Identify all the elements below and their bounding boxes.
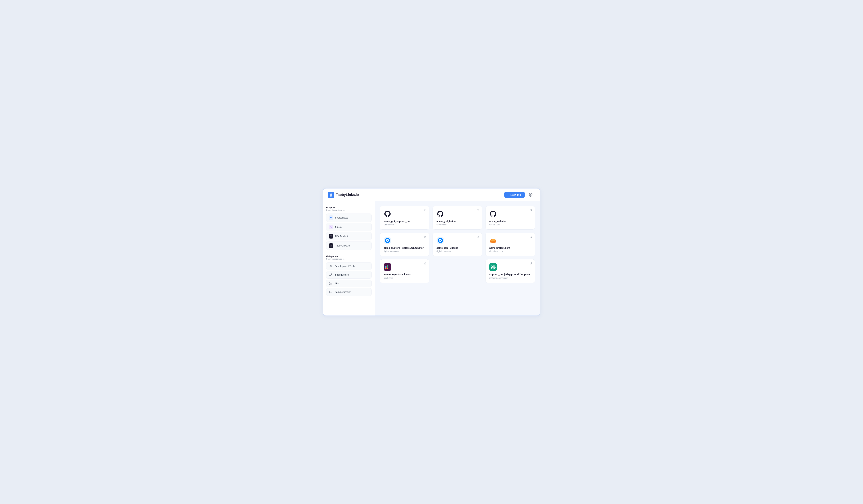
external-link-icon-1[interactable] [477,209,479,212]
sidebar-item-apis[interactable]: APIs [326,280,372,287]
card-title-3: acme-cluster | PostgreSQL Cluster [384,246,425,249]
external-link-icon-3[interactable] [424,236,426,238]
svg-rect-18 [387,242,387,243]
svg-rect-17 [386,242,387,242]
sidebar-item-fual-io[interactable]: fual.io [326,223,372,231]
card-title-8: support_bot | Playground Template [489,273,531,276]
card-acme-website[interactable]: acme_website Github.com [485,206,535,229]
projects-label: Projects [326,206,372,209]
svg-point-30 [493,239,495,241]
card-logo-digitalocean-4 [437,237,444,244]
external-link-icon-5[interactable] [530,236,532,238]
svg-point-16 [387,240,388,241]
main-content: acme_gpt_support_bot Github.com acme_gpt… [375,201,540,316]
svg-line-13 [531,209,532,211]
branch-icon [329,273,333,277]
header: TabbyLinks.io + New link [323,188,540,201]
external-link-icon-8[interactable] [530,262,532,265]
svg-point-1 [330,194,332,195]
card-logo-github-0 [384,210,391,218]
sidebar-item-dev-tools-label: Development Tools [335,265,355,267]
card-title-4: acme-cdn | Spaces [437,246,478,249]
chat-icon [329,290,333,294]
external-link-icon-6[interactable] [424,262,426,265]
card-logo-cloudflare-5 [489,237,497,244]
card-acme-cdn[interactable]: acme-cdn | Spaces digitalocean.com [433,233,482,256]
svg-line-12 [478,209,479,211]
sidebar-item-f-voicenotes[interactable]: f-voicenotes [326,214,372,222]
tabbylinks-sidebar-icon [329,243,333,248]
svg-rect-0 [328,192,334,198]
card-logo-github-1 [437,210,444,218]
sidebar-item-dev-tools[interactable]: Development Tools [326,262,372,270]
external-link-icon-0[interactable] [424,209,426,212]
svg-rect-31 [490,241,496,242]
card-acme-slack[interactable]: acme-project.slack.com slack.com [380,259,429,283]
svg-line-24 [531,236,532,237]
card-title-1: acme_gpt_trainer [437,220,478,223]
external-link-icon-2[interactable] [530,209,532,212]
svg-line-32 [425,263,426,264]
card-subtitle-6: slack.com [384,277,425,279]
svg-rect-22 [439,242,440,242]
svg-line-11 [425,209,426,211]
svg-line-19 [478,236,479,237]
sidebar-item-infrastructure-label: Infrastructure [335,274,349,276]
cards-grid: acme_gpt_support_bot Github.com acme_gpt… [380,206,535,283]
card-subtitle-5: cloudflare.com [489,250,531,253]
card-acme-project-com[interactable]: acme-project.com cloudflare.com [485,233,535,256]
card-subtitle-4: digitalocean.com [437,250,478,253]
logo-area: TabbyLinks.io [328,192,359,198]
categories-label: Categories [326,255,372,257]
header-actions: + New link [504,192,534,198]
categories-section: Categories Show links related to: Develo… [326,255,372,297]
card-title-2: acme_website [489,220,531,223]
projects-sub: Show links related to: [326,209,372,211]
body-area: Projects Show links related to: f-voicen… [323,201,540,316]
categories-sub: Show links related to: [326,258,372,260]
sidebar-item-communication-label: Communication [335,291,351,293]
sidebar-item-tabbylinks-label: TabbyLinks.io [335,244,350,247]
svg-point-29 [491,239,493,241]
card-acme-gpt-trainer[interactable]: acme_gpt_trainer Github.com [433,206,482,229]
card-title-0: acme_gpt_support_bot [384,220,425,223]
sidebar-item-communication[interactable]: Communication [326,288,372,296]
app-window: TabbyLinks.io + New link Projects Show l… [323,188,540,316]
card-subtitle-3: digitalocean.com [384,250,425,253]
card-empty [433,259,482,283]
gear-icon [529,193,533,197]
fual-icon [329,225,333,229]
server-icon [329,281,333,285]
sidebar-item-apis-label: APIs [335,282,340,285]
settings-button[interactable] [527,192,534,198]
sidebar-item-infrastructure[interactable]: Infrastructure [326,271,372,279]
sidebar-item-fual-label: fual.io [335,226,341,228]
sidebar-item-no-product[interactable]: NO Product [326,232,372,240]
card-acme-gpt-support-bot[interactable]: acme_gpt_support_bot Github.com [380,206,429,229]
svg-point-2 [530,194,531,196]
svg-line-39 [531,263,532,264]
card-title-5: acme-project.com [489,246,531,249]
card-acme-cluster[interactable]: acme-cluster | PostgreSQL Cluster digita… [380,233,429,256]
svg-line-14 [425,236,426,237]
card-subtitle-0: Github.com [384,224,425,226]
card-logo-github-2 [489,210,497,218]
sidebar: Projects Show links related to: f-voicen… [323,201,375,316]
card-logo-digitalocean-3 [384,237,391,244]
svg-point-21 [440,240,441,241]
sidebar-item-tabbylinks[interactable]: TabbyLinks.io [326,241,372,250]
card-subtitle-2: Github.com [489,224,531,226]
card-subtitle-1: Github.com [437,224,478,226]
svg-rect-36 [387,265,388,268]
external-link-icon-4[interactable] [477,236,479,238]
svg-rect-23 [440,242,440,243]
card-logo-slack-6 [384,263,391,271]
app-name: TabbyLinks.io [336,193,359,197]
sidebar-item-f-voicenotes-label: f-voicenotes [335,216,348,219]
card-support-bot-playground[interactable]: support_bot | Playground Template platfo… [485,259,535,283]
card-subtitle-8: platform.openai.com [489,277,531,279]
projects-section: Projects Show links related to: f-voicen… [326,206,372,251]
no-product-icon [329,234,333,239]
new-link-button[interactable]: + New link [504,192,525,198]
svg-rect-38 [386,266,387,269]
